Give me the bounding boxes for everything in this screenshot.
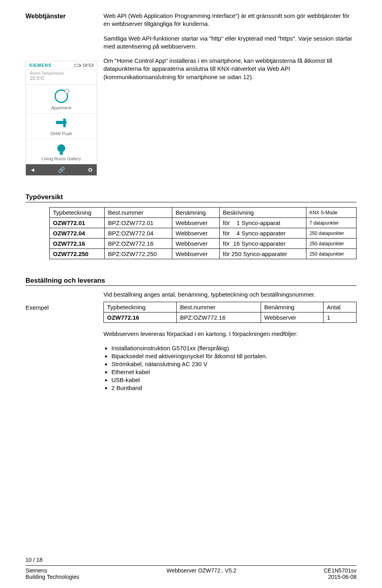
nav-link-icon: 🔗 — [58, 167, 65, 173]
th-benamning-2: Benämning — [261, 302, 324, 312]
footer-division: Building Technologies — [25, 574, 79, 580]
apartment-icon — [55, 89, 68, 103]
footer-doc-title: Webbserver OZW772.. V5.2 — [167, 567, 237, 580]
th-typbeteckning-2: Typbeteckning — [104, 302, 177, 312]
table-row: OZW772.01 BPZ:OZW772.01 Webbserver för 1… — [50, 218, 357, 228]
battery-icon — [74, 64, 80, 67]
phone-temp-value: 20.5°C — [30, 76, 45, 81]
intro-paragraph-2: Samtliga Web API-funktioner startar via … — [103, 35, 357, 51]
label-exempel: Exempel — [25, 302, 103, 392]
th-knxmode: KNX S-Mode — [306, 208, 356, 218]
phone-brand: SIEMENS — [29, 63, 52, 68]
footer-company: Siemens — [25, 567, 79, 574]
table-row: OZW772.16 BPZ:OZW772.16 Webbserver för 1… — [50, 239, 357, 249]
order-example-table: Typbeteckning Best.nummer Benämning Anta… — [103, 302, 357, 323]
intro-paragraph-3: Om "Home Control App" installeras i en s… — [103, 57, 357, 81]
footer-doc-id: CE1N5701sv — [324, 567, 357, 574]
table-row: OZW772.250 BPZ:OZW772.250 Webbserver för… — [50, 249, 357, 259]
th-bestnummer-2: Best.nummer — [177, 302, 261, 312]
th-typbeteckning: Typbeteckning — [50, 208, 105, 218]
list-item: Installationsinstruktion G5701xx (flersp… — [111, 345, 357, 351]
th-bestnummer: Best.nummer — [105, 208, 172, 218]
list-item: Ethernet kabel — [111, 369, 357, 375]
heading-typoversikt: Typöversikt — [25, 193, 357, 202]
list-item: USB-kabel — [111, 376, 357, 383]
heading-bestallning: Beställning och leverans — [25, 277, 357, 286]
intro-paragraph-1: Web API (Web Application Programming Int… — [103, 12, 357, 28]
phone-item-apartment: Apartment — [27, 105, 95, 110]
list-item: 2 Buntband — [111, 384, 357, 391]
phone-screenshot: SIEMENS 18:53 Room Temperature 20.5°C Ap… — [25, 61, 97, 176]
bulb-icon — [57, 144, 65, 152]
delivery-paragraph: Webbservern levereras förpackad i en kar… — [103, 330, 357, 338]
th-antal: Antal — [324, 302, 357, 312]
phone-item-dhw: DHW Push — [27, 131, 95, 136]
section-label-webbtjanster: Webbtjänster — [25, 12, 103, 57]
nav-settings-icon: ✿ — [88, 167, 93, 173]
list-item: Strömkabel, nätanslutning AC 230 V — [111, 361, 357, 367]
list-item: Bipacksedel med aktiveringsnyckel för åt… — [111, 353, 357, 359]
table-row: OZW772.04 BPZ:OZW772.04 Webbserver för 4… — [50, 228, 357, 239]
delivery-list: Installationsinstruktion G5701xx (flersp… — [103, 345, 357, 391]
type-overview-table: Typbeteckning Best.nummer Benämning Besk… — [49, 207, 357, 259]
phone-temp-label: Room Temperature — [30, 71, 93, 76]
table-row: OZW772.16 BPZ:OZW772.16 Webbserver 1 — [104, 312, 357, 323]
order-intro: Vid beställning anges antal, benämning, … — [103, 291, 357, 299]
page-footer: 10 / 18 Siemens Building Technologies We… — [25, 557, 357, 580]
phone-item-livingroom: Living Room Gallery — [27, 156, 95, 161]
phone-time: 18:53 — [82, 63, 94, 68]
nav-back-icon: ◄ — [30, 167, 35, 173]
tap-icon — [56, 118, 66, 129]
footer-date: 2015-06-08 — [324, 574, 357, 580]
footer-page-number: 10 / 18 — [25, 557, 357, 563]
th-beskrivning: Beskrivning — [220, 208, 306, 218]
th-benamning: Benämning — [172, 208, 220, 218]
